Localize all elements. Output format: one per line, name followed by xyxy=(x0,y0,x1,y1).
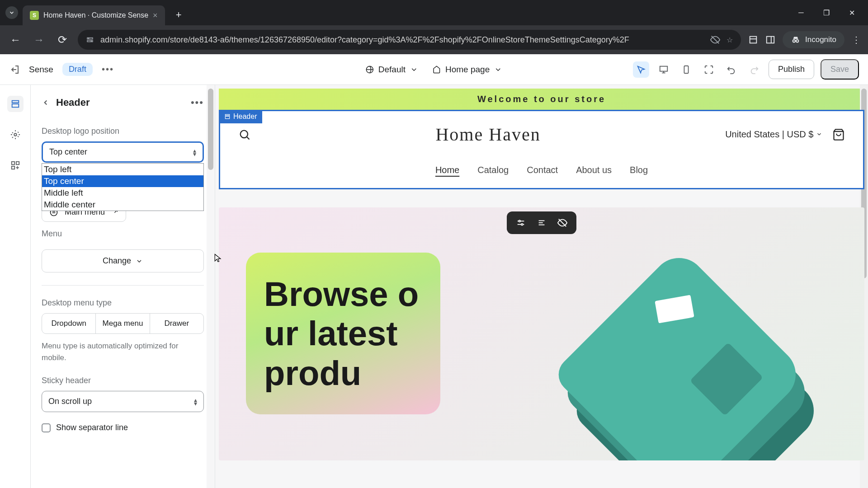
nav-contact[interactable]: Contact xyxy=(527,165,558,175)
toolbar-center: Default Home page xyxy=(366,65,502,75)
logo-position-label: Desktop logo position xyxy=(42,127,204,136)
settings-rail-icon[interactable] xyxy=(7,127,24,143)
save-button: Save xyxy=(821,59,859,80)
template-selector[interactable]: Default xyxy=(366,65,418,75)
svg-line-29 xyxy=(247,136,250,139)
theme-name[interactable]: Sense xyxy=(29,65,53,75)
url-text: admin.shopify.com/store/de8143-a6/themes… xyxy=(100,35,704,45)
menu-type-label: Desktop menu type xyxy=(42,298,204,308)
logo-position-select[interactable]: Top center ▴▾ Top left Top center Middle… xyxy=(42,141,204,163)
search-icon[interactable] xyxy=(238,128,251,141)
nav-catalog[interactable]: Catalog xyxy=(477,165,509,175)
hero-section[interactable]: Browse our latest produ xyxy=(219,207,864,460)
exit-editor-icon[interactable] xyxy=(9,64,20,75)
reading-list-icon[interactable] xyxy=(748,35,758,45)
header-nav: Home Catalog Contact About us Blog xyxy=(238,165,845,175)
announcement-bar[interactable]: Welcome to our store xyxy=(219,89,864,110)
section-tag: Header xyxy=(219,110,262,123)
seg-mega-menu[interactable]: Mega menu xyxy=(95,314,149,333)
eye-off-icon[interactable] xyxy=(710,35,720,45)
main-layout: Header ••• Desktop logo position Top cen… xyxy=(0,85,868,488)
cursor-icon xyxy=(213,253,222,263)
browser-tab[interactable]: S Home Haven · Customize Sense × xyxy=(23,5,165,25)
apps-rail-icon[interactable] xyxy=(7,157,24,174)
bookmark-icon[interactable]: ☆ xyxy=(726,36,733,44)
preview-canvas: Welcome to our store Header Home Haven U… xyxy=(215,85,868,488)
incognito-badge[interactable]: Incognito xyxy=(783,31,844,48)
dropdown-option-middle-center[interactable]: Middle center xyxy=(42,199,203,211)
svg-rect-18 xyxy=(12,104,19,107)
new-tab-button[interactable]: + xyxy=(176,9,182,21)
hero-card: Browse our latest produ xyxy=(246,253,440,414)
desktop-view-icon[interactable] xyxy=(656,61,672,78)
browser-menu-icon[interactable]: ⋮ xyxy=(852,34,861,45)
back-icon[interactable] xyxy=(42,99,50,107)
dropdown-option-top-left[interactable]: Top left xyxy=(42,164,203,175)
hide-action-icon[interactable] xyxy=(557,218,567,228)
inspector-icon[interactable] xyxy=(633,61,649,78)
locale-selector[interactable]: United States | USD $ xyxy=(725,129,822,140)
nav-about[interactable]: About us xyxy=(576,165,612,175)
svg-point-19 xyxy=(14,133,17,136)
tab-title: Home Haven · Customize Sense xyxy=(43,11,148,19)
fullscreen-icon[interactable] xyxy=(701,61,717,78)
window-controls: ─ ❐ ✕ xyxy=(796,9,863,17)
nav-home[interactable]: Home xyxy=(435,165,459,175)
seg-drawer[interactable]: Drawer xyxy=(150,314,203,333)
side-panel-icon[interactable] xyxy=(765,35,775,45)
cart-icon[interactable] xyxy=(832,128,845,141)
redo-icon xyxy=(746,61,762,78)
hero-image xyxy=(548,271,837,460)
sections-rail-icon[interactable] xyxy=(7,96,24,112)
reload-icon[interactable]: ⟳ xyxy=(54,33,71,46)
separator-checkbox-row[interactable]: Show separator line xyxy=(42,423,204,432)
svg-point-33 xyxy=(519,221,520,222)
settings-action-icon[interactable] xyxy=(516,218,526,228)
sidebar-scrollbar[interactable] xyxy=(207,85,215,488)
nav-back-icon[interactable]: ← xyxy=(7,33,24,46)
svg-rect-17 xyxy=(12,101,19,103)
hero-text: Browse our latest produ xyxy=(264,274,422,393)
duplicate-action-icon[interactable] xyxy=(537,218,547,228)
select-chevron-icon: ▴▾ xyxy=(194,398,197,405)
svg-point-3 xyxy=(91,41,92,42)
shopify-favicon: S xyxy=(30,11,39,20)
tab-search-icon[interactable] xyxy=(5,6,18,19)
menu-type-segmented: Dropdown Mega menu Drawer xyxy=(42,313,204,334)
svg-rect-20 xyxy=(11,162,14,164)
sidebar-more-icon[interactable]: ••• xyxy=(191,97,204,108)
dropdown-option-top-center[interactable]: Top center xyxy=(42,175,203,187)
nav-blog[interactable]: Blog xyxy=(630,165,648,175)
header-section[interactable]: Header Home Haven United States | USD $ xyxy=(219,110,864,189)
url-bar[interactable]: admin.shopify.com/store/de8143-a6/themes… xyxy=(78,30,741,50)
page-selector[interactable]: Home page xyxy=(433,65,502,75)
store-logo[interactable]: Home Haven xyxy=(435,124,540,145)
minimize-icon[interactable]: ─ xyxy=(796,9,807,17)
publish-button[interactable]: Publish xyxy=(769,60,814,79)
svg-rect-21 xyxy=(16,162,19,164)
more-actions-icon[interactable]: ••• xyxy=(102,64,114,75)
maximize-icon[interactable]: ❐ xyxy=(821,9,832,17)
seg-dropdown[interactable]: Dropdown xyxy=(42,314,95,333)
separator-label: Show separator line xyxy=(56,423,128,432)
menu-label: Menu xyxy=(42,229,204,239)
close-window-icon[interactable]: ✕ xyxy=(846,9,857,17)
close-icon[interactable]: × xyxy=(153,11,158,20)
sticky-header-value: On scroll up xyxy=(48,397,92,406)
mobile-view-icon[interactable] xyxy=(678,61,694,78)
svg-rect-7 xyxy=(767,37,774,43)
dropdown-option-middle-left[interactable]: Middle left xyxy=(42,187,203,199)
draft-badge: Draft xyxy=(62,63,93,76)
change-menu-button[interactable]: Change xyxy=(42,249,204,272)
site-settings-icon[interactable] xyxy=(86,36,94,44)
select-chevron-icon: ▴▾ xyxy=(193,149,196,156)
page-label: Home page xyxy=(445,65,490,75)
section-float-toolbar xyxy=(507,211,576,234)
undo-icon[interactable] xyxy=(723,61,740,78)
svg-point-28 xyxy=(241,130,248,137)
separator-checkbox[interactable] xyxy=(42,423,51,432)
incognito-icon xyxy=(791,35,801,45)
sidebar-header: Header ••• xyxy=(31,94,215,119)
sticky-header-select[interactable]: On scroll up ▴▾ xyxy=(42,391,204,412)
address-bar: ← → ⟳ admin.shopify.com/store/de8143-a6/… xyxy=(0,25,868,54)
